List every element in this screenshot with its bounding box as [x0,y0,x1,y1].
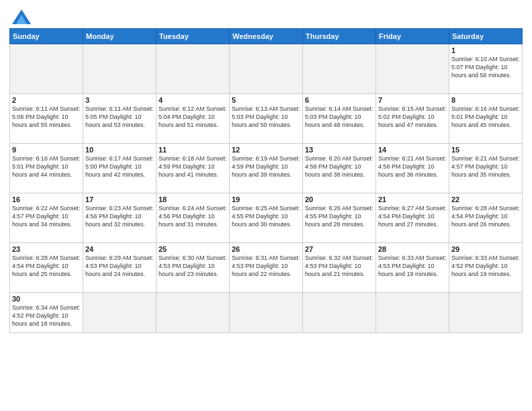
day-number: 25 [159,245,227,253]
calendar-week: 1Sunrise: 6:10 AM Sunset: 5:07 PM Daylig… [10,44,523,94]
day-info: Sunrise: 6:23 AM Sunset: 4:56 PM Dayligh… [85,204,154,228]
day-number: 13 [305,146,373,154]
calendar-cell: 19Sunrise: 6:25 AM Sunset: 4:55 PM Dayli… [230,193,303,243]
day-info: Sunrise: 6:16 AM Sunset: 5:01 PM Dayligh… [12,154,81,179]
calendar-cell [83,293,157,333]
day-info: Sunrise: 6:19 AM Sunset: 4:59 PM Dayligh… [232,154,300,179]
calendar-cell: 23Sunrise: 6:28 AM Sunset: 4:54 PM Dayli… [10,243,83,293]
calendar-cell [10,44,83,94]
day-number: 11 [159,146,227,154]
weekday-header: Sunday [10,29,83,44]
calendar-cell: 9Sunrise: 6:16 AM Sunset: 5:01 PM Daylig… [10,144,83,193]
day-number: 23 [12,245,81,253]
calendar-cell [376,44,449,94]
day-number: 7 [378,96,447,104]
day-info: Sunrise: 6:13 AM Sunset: 5:03 PM Dayligh… [232,105,300,129]
day-info: Sunrise: 6:28 AM Sunset: 4:54 PM Dayligh… [451,204,520,228]
weekday-header: Friday [376,29,449,44]
weekday-header: Wednesday [230,29,303,44]
day-info: Sunrise: 6:28 AM Sunset: 4:54 PM Dayligh… [12,254,81,278]
weekday-header: Thursday [303,29,376,44]
day-number: 26 [232,245,300,253]
day-info: Sunrise: 6:10 AM Sunset: 5:07 PM Dayligh… [451,55,520,79]
weekday-row: SundayMondayTuesdayWednesdayThursdayFrid… [10,29,523,44]
day-info: Sunrise: 6:17 AM Sunset: 5:00 PM Dayligh… [85,154,154,179]
header [9,7,523,24]
page: SundayMondayTuesdayWednesdayThursdayFrid… [0,0,532,411]
calendar-cell: 2Sunrise: 6:11 AM Sunset: 5:06 PM Daylig… [10,94,83,144]
calendar-cell: 22Sunrise: 6:28 AM Sunset: 4:54 PM Dayli… [449,193,523,243]
calendar-week: 2Sunrise: 6:11 AM Sunset: 5:06 PM Daylig… [10,94,523,144]
calendar-body: 1Sunrise: 6:10 AM Sunset: 5:07 PM Daylig… [10,44,523,333]
day-number: 16 [12,195,81,203]
calendar-cell [376,293,449,333]
day-number: 27 [305,245,373,253]
day-info: Sunrise: 6:11 AM Sunset: 5:06 PM Dayligh… [12,105,81,129]
calendar-cell [303,44,376,94]
day-number: 30 [12,295,81,303]
weekday-header: Tuesday [157,29,230,44]
calendar-week: 16Sunrise: 6:22 AM Sunset: 4:57 PM Dayli… [10,193,523,243]
calendar-cell: 8Sunrise: 6:16 AM Sunset: 5:01 PM Daylig… [449,94,523,144]
day-number: 6 [305,96,373,104]
calendar-cell [230,44,303,94]
calendar-cell: 1Sunrise: 6:10 AM Sunset: 5:07 PM Daylig… [449,44,523,94]
day-number: 22 [451,195,520,203]
logo-area [9,7,31,24]
calendar-cell: 12Sunrise: 6:19 AM Sunset: 4:59 PM Dayli… [230,144,303,193]
calendar-cell: 26Sunrise: 6:31 AM Sunset: 4:53 PM Dayli… [230,243,303,293]
calendar-cell: 5Sunrise: 6:13 AM Sunset: 5:03 PM Daylig… [230,94,303,144]
day-info: Sunrise: 6:20 AM Sunset: 4:58 PM Dayligh… [305,154,373,179]
calendar-cell [449,293,523,333]
calendar-cell: 20Sunrise: 6:26 AM Sunset: 4:55 PM Dayli… [303,193,376,243]
day-number: 5 [232,96,300,104]
logo [9,9,31,24]
day-number: 10 [85,146,154,154]
day-info: Sunrise: 6:26 AM Sunset: 4:55 PM Dayligh… [305,204,373,228]
day-number: 21 [378,195,447,203]
day-number: 19 [232,195,300,203]
calendar-cell [83,44,157,94]
day-info: Sunrise: 6:22 AM Sunset: 4:57 PM Dayligh… [12,204,81,228]
calendar-cell: 3Sunrise: 6:11 AM Sunset: 5:05 PM Daylig… [83,94,157,144]
calendar-cell: 24Sunrise: 6:29 AM Sunset: 4:53 PM Dayli… [83,243,157,293]
calendar-cell: 4Sunrise: 6:12 AM Sunset: 5:04 PM Daylig… [157,94,230,144]
day-info: Sunrise: 6:31 AM Sunset: 4:53 PM Dayligh… [232,254,300,278]
calendar-cell: 29Sunrise: 6:33 AM Sunset: 4:52 PM Dayli… [449,243,523,293]
day-info: Sunrise: 6:14 AM Sunset: 5:03 PM Dayligh… [305,105,373,129]
day-info: Sunrise: 6:32 AM Sunset: 4:53 PM Dayligh… [305,254,373,278]
calendar-cell: 14Sunrise: 6:21 AM Sunset: 4:58 PM Dayli… [376,144,449,193]
calendar-cell: 25Sunrise: 6:30 AM Sunset: 4:53 PM Dayli… [157,243,230,293]
day-info: Sunrise: 6:24 AM Sunset: 4:56 PM Dayligh… [159,204,227,228]
day-info: Sunrise: 6:21 AM Sunset: 4:57 PM Dayligh… [451,154,520,179]
day-number: 15 [451,146,520,154]
day-number: 3 [85,96,154,104]
day-info: Sunrise: 6:29 AM Sunset: 4:53 PM Dayligh… [85,254,154,278]
day-number: 14 [378,146,447,154]
day-number: 29 [451,245,520,253]
calendar-cell: 28Sunrise: 6:33 AM Sunset: 4:53 PM Dayli… [376,243,449,293]
logo-icon [12,9,31,24]
day-number: 8 [451,96,520,104]
calendar-cell: 15Sunrise: 6:21 AM Sunset: 4:57 PM Dayli… [449,144,523,193]
calendar-week: 23Sunrise: 6:28 AM Sunset: 4:54 PM Dayli… [10,243,523,293]
calendar-cell: 11Sunrise: 6:18 AM Sunset: 4:59 PM Dayli… [157,144,230,193]
calendar-week: 30Sunrise: 6:34 AM Sunset: 4:52 PM Dayli… [10,293,523,333]
day-info: Sunrise: 6:18 AM Sunset: 4:59 PM Dayligh… [159,154,227,179]
calendar-cell: 13Sunrise: 6:20 AM Sunset: 4:58 PM Dayli… [303,144,376,193]
day-info: Sunrise: 6:33 AM Sunset: 4:52 PM Dayligh… [451,254,520,278]
calendar-cell [157,44,230,94]
day-info: Sunrise: 6:27 AM Sunset: 4:54 PM Dayligh… [378,204,447,228]
calendar-cell: 6Sunrise: 6:14 AM Sunset: 5:03 PM Daylig… [303,94,376,144]
day-info: Sunrise: 6:34 AM Sunset: 4:52 PM Dayligh… [12,304,81,328]
day-number: 24 [85,245,154,253]
day-number: 9 [12,146,81,154]
day-info: Sunrise: 6:30 AM Sunset: 4:53 PM Dayligh… [159,254,227,278]
day-number: 28 [378,245,447,253]
calendar-cell: 21Sunrise: 6:27 AM Sunset: 4:54 PM Dayli… [376,193,449,243]
day-info: Sunrise: 6:33 AM Sunset: 4:53 PM Dayligh… [378,254,447,278]
day-number: 20 [305,195,373,203]
calendar-header: SundayMondayTuesdayWednesdayThursdayFrid… [10,29,523,44]
calendar-cell: 17Sunrise: 6:23 AM Sunset: 4:56 PM Dayli… [83,193,157,243]
calendar-week: 9Sunrise: 6:16 AM Sunset: 5:01 PM Daylig… [10,144,523,193]
